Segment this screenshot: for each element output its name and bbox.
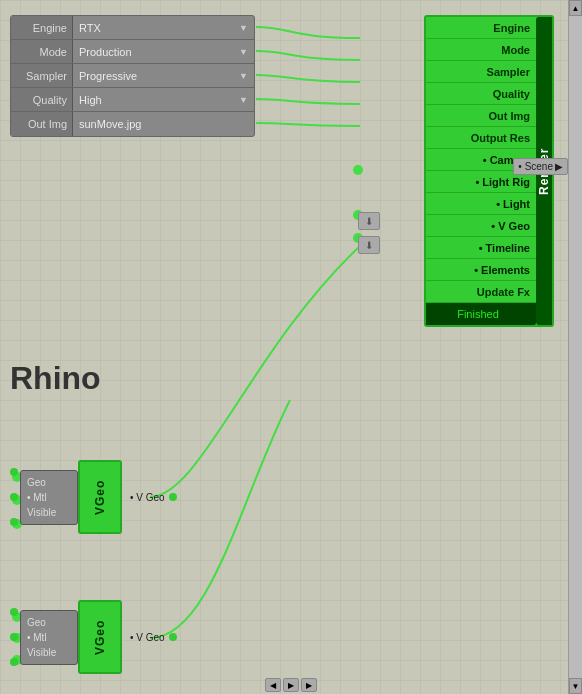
render-status: Finished xyxy=(426,303,536,325)
vgeo2-dot-1 xyxy=(10,608,18,616)
vgeo1-output-label: • V Geo xyxy=(122,492,165,503)
render-timeline: • Timeline xyxy=(426,237,536,259)
outimg-value[interactable]: sunMove.jpg xyxy=(73,115,254,133)
quality-value[interactable]: High ▼ xyxy=(73,91,254,109)
sampler-row: Sampler Progressive ▼ xyxy=(11,64,254,88)
vgeo1-mtl: • Mtl xyxy=(21,490,77,505)
render-light: • Light xyxy=(426,193,536,215)
vgeo1-inputs: Geo • Mtl Visible xyxy=(20,470,78,525)
chevron-right-icon: ▶ xyxy=(555,161,563,172)
outimg-label: Out Img xyxy=(11,112,73,136)
sampler-dropdown-arrow[interactable]: ▼ xyxy=(239,71,248,81)
vgeo2-left-connectors xyxy=(10,600,18,674)
download-icon-2[interactable]: ⬇ xyxy=(358,236,380,254)
engine-row: Engine RTX ▼ xyxy=(11,16,254,40)
vgeo1-dot-2 xyxy=(10,493,18,501)
render-mode: Mode xyxy=(426,39,536,61)
scroll-right-button-1[interactable]: ▶ xyxy=(283,678,299,692)
vgeo1-dot-1 xyxy=(10,468,18,476)
vgeo2-geo: Geo xyxy=(21,615,77,630)
vgeo2-output-label: • V Geo xyxy=(122,632,165,643)
vgeo2-inputs: Geo • Mtl Visible xyxy=(20,610,78,665)
scroll-right-button-2[interactable]: ▶ xyxy=(301,678,317,692)
quality-row: Quality High ▼ xyxy=(11,88,254,112)
download-arrow-icon: ⬇ xyxy=(365,216,373,227)
vgeo2-right-dot xyxy=(169,633,177,641)
vgeo-group-2: Geo • Mtl Visible VGeo • V Geo xyxy=(10,600,177,674)
scroll-left-button[interactable]: ◀ xyxy=(265,678,281,692)
vgeo2-mtl: • Mtl xyxy=(21,630,77,645)
render-sampler: Sampler xyxy=(426,61,536,83)
mode-value[interactable]: Production ▼ xyxy=(73,43,254,61)
vgeo1-visible: Visible xyxy=(21,505,77,520)
engine-value[interactable]: RTX ▼ xyxy=(73,19,254,37)
download-arrow-icon-2: ⬇ xyxy=(365,240,373,251)
left-settings-node: Engine RTX ▼ Mode Production ▼ Sampler P… xyxy=(10,15,255,137)
quality-dropdown-arrow[interactable]: ▼ xyxy=(239,95,248,105)
vgeo1-left-connectors xyxy=(10,460,18,534)
render-elements: • Elements xyxy=(426,259,536,281)
render-outputres: Output Res xyxy=(426,127,536,149)
render-engine: Engine xyxy=(426,17,536,39)
render-vgeo: • V Geo xyxy=(426,215,536,237)
download-icon-1[interactable]: ⬇ xyxy=(358,212,380,230)
sampler-value[interactable]: Progressive ▼ xyxy=(73,67,254,85)
vgeo1-geo: Geo xyxy=(21,475,77,490)
vgeo1-main-node[interactable]: VGeo xyxy=(78,460,122,534)
scroll-down-button[interactable]: ▼ xyxy=(569,678,582,694)
sampler-label: Sampler xyxy=(11,64,73,87)
vgeo2-dot-3 xyxy=(10,658,18,666)
vgeo1-dot-3 xyxy=(10,518,18,526)
mode-dropdown-arrow[interactable]: ▼ xyxy=(239,47,248,57)
render-outimg: Out Img xyxy=(426,105,536,127)
mode-label: Mode xyxy=(11,40,73,63)
engine-dropdown-arrow[interactable]: ▼ xyxy=(239,23,248,33)
render-updatefx: Update Fx xyxy=(426,281,536,303)
vgeo1-right-dot xyxy=(169,493,177,501)
outimg-row: Out Img sunMove.jpg xyxy=(11,112,254,136)
scene-label: • Scene xyxy=(518,161,553,172)
mode-row: Mode Production ▼ xyxy=(11,40,254,64)
vgeo-group-1: Geo • Mtl Visible VGeo • V Geo xyxy=(10,460,177,534)
scroll-up-button[interactable]: ▲ xyxy=(569,0,582,16)
vgeo2-dot-2 xyxy=(10,633,18,641)
engine-label: Engine xyxy=(11,16,73,39)
quality-label: Quality xyxy=(11,88,73,111)
vgeo2-visible: Visible xyxy=(21,645,77,660)
vgeo2-main-node[interactable]: VGeo xyxy=(78,600,122,674)
right-scrollbar: ▲ ▼ xyxy=(568,0,582,694)
bottom-scroll-bar: ◀ ▶ ▶ xyxy=(263,676,319,694)
render-quality: Quality xyxy=(426,83,536,105)
scene-button[interactable]: • Scene ▶ xyxy=(513,158,568,175)
rhino-label: Rhino xyxy=(10,360,101,397)
